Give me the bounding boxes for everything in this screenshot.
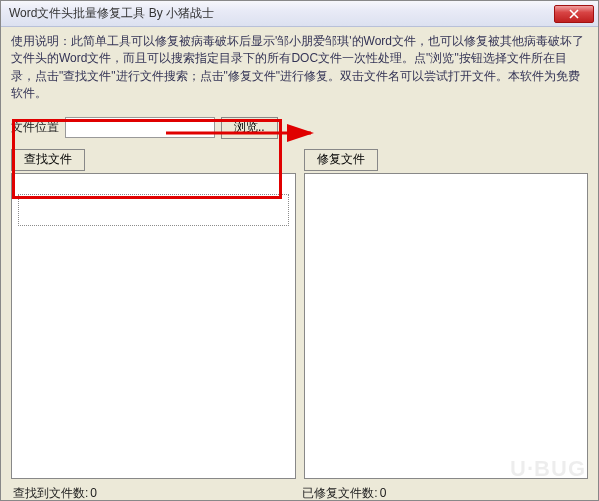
repaired-count-label: 已修复文件数: — [302, 485, 377, 501]
window-title: Word文件头批量修复工具 By 小猪战士 — [9, 5, 554, 22]
file-location-row: 文件位置 浏览.. — [11, 117, 588, 139]
app-window: Word文件头批量修复工具 By 小猪战士 使用说明：此简单工具可以修复被病毒破… — [0, 0, 599, 501]
titlebar: Word文件头批量修复工具 By 小猪战士 — [1, 1, 598, 27]
found-files-list[interactable] — [11, 173, 296, 479]
browse-button[interactable]: 浏览.. — [221, 117, 278, 139]
right-panel: 修复文件 — [304, 149, 589, 479]
found-count-value: 0 — [90, 486, 102, 500]
file-location-label: 文件位置 — [11, 119, 59, 136]
repaired-files-list[interactable] — [304, 173, 589, 479]
status-row: 查找到文件数: 0 已修复文件数: 0 — [11, 479, 588, 501]
close-button[interactable] — [554, 5, 594, 23]
list-item[interactable] — [18, 194, 289, 226]
left-panel: 查找文件 — [11, 149, 296, 479]
file-location-input[interactable] — [65, 117, 215, 138]
found-count-group: 查找到文件数: 0 — [13, 485, 102, 501]
client-area: 使用说明：此简单工具可以修复被病毒破坏后显示'邹小朋爱邹琪'的Word文件，也可… — [1, 27, 598, 501]
repair-files-button[interactable]: 修复文件 — [304, 149, 378, 171]
close-icon — [569, 9, 579, 19]
instructions-text: 使用说明：此简单工具可以修复被病毒破坏后显示'邹小朋爱邹琪'的Word文件，也可… — [11, 33, 588, 103]
repaired-count-value: 0 — [380, 486, 392, 500]
repaired-count-group: 已修复文件数: 0 — [302, 485, 391, 501]
panels: 查找文件 修复文件 — [11, 149, 588, 479]
search-files-button[interactable]: 查找文件 — [11, 149, 85, 171]
found-count-label: 查找到文件数: — [13, 485, 88, 501]
